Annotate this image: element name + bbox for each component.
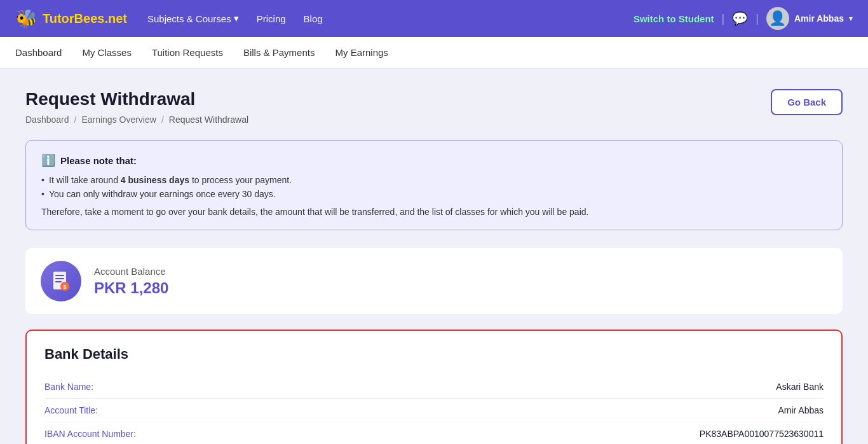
balance-icon: $ bbox=[41, 261, 81, 302]
bank-row-account-title: Account Title: Amir Abbas bbox=[44, 399, 824, 422]
divider-1: | bbox=[722, 12, 725, 25]
switch-to-student-link[interactable]: Switch to Student bbox=[634, 13, 714, 24]
avatar-image: 👤 bbox=[769, 10, 786, 27]
nav-links: Subjects & Courses ▾ Pricing Blog bbox=[147, 13, 323, 24]
svg-rect-1 bbox=[55, 275, 64, 276]
bee-logo-icon: 🐝 bbox=[15, 8, 37, 29]
nav-link-subjects-courses[interactable]: Subjects & Courses ▾ bbox=[147, 13, 239, 24]
info-bullet-2: You can only withdraw your earnings once… bbox=[41, 189, 827, 199]
info-bullet-1: It will take around 4 business days to p… bbox=[41, 175, 827, 185]
subnav-link-tuition-requests[interactable]: Tuition Requests bbox=[152, 37, 223, 68]
subnav-link-dashboard[interactable]: Dashboard bbox=[15, 37, 62, 68]
breadcrumb-current: Request Withdrawal bbox=[169, 114, 248, 125]
bank-row-name: Bank Name: Askari Bank bbox=[44, 375, 824, 399]
info-icon: ℹ️ bbox=[41, 153, 55, 167]
page-header: Request Withdrawal Dashboard / Earnings … bbox=[25, 89, 843, 125]
subnav-link-my-earnings[interactable]: My Earnings bbox=[335, 37, 388, 68]
divider-2: | bbox=[756, 12, 759, 25]
nav-link-blog-label: Blog bbox=[304, 13, 323, 24]
bank-name-label: Bank Name: bbox=[44, 382, 93, 392]
messages-icon[interactable]: 💬 bbox=[732, 11, 748, 26]
subnav-tuition-requests-label: Tuition Requests bbox=[152, 47, 223, 58]
bank-details-card: Bank Details Bank Name: Askari Bank Acco… bbox=[25, 330, 843, 444]
user-name-label: Amir Abbas bbox=[794, 13, 844, 24]
logo-bees-net: Bees.net bbox=[74, 11, 127, 25]
svg-rect-2 bbox=[55, 278, 64, 279]
chevron-down-icon: ▾ bbox=[234, 13, 239, 24]
svg-text:$: $ bbox=[63, 284, 66, 290]
subnav-bills-payments-label: Bills & Payments bbox=[243, 47, 315, 58]
balance-amount: PKR 1,280 bbox=[94, 279, 168, 297]
user-menu-chevron-icon: ▾ bbox=[849, 14, 853, 23]
breadcrumb-sep-2: / bbox=[161, 114, 164, 125]
breadcrumb-dashboard[interactable]: Dashboard bbox=[25, 114, 69, 125]
bank-iban-label: IBAN Account Number: bbox=[44, 429, 136, 439]
navbar-left: 🐝 TutorBees.net Subjects & Courses ▾ Pri… bbox=[15, 8, 323, 29]
subnav: Dashboard My Classes Tuition Requests Bi… bbox=[0, 37, 868, 69]
info-box: ℹ️ Please note that: It will take around… bbox=[25, 140, 843, 230]
logo-tutor: Tutor bbox=[43, 11, 74, 25]
balance-info: Account Balance PKR 1,280 bbox=[94, 266, 168, 297]
balance-label: Account Balance bbox=[94, 266, 168, 277]
bank-details-title: Bank Details bbox=[44, 346, 824, 363]
logo-text: TutorBees.net bbox=[43, 11, 127, 26]
go-back-button[interactable]: Go Back bbox=[771, 89, 843, 115]
bank-row-iban: IBAN Account Number: PK83ABPA00100775236… bbox=[44, 422, 824, 444]
info-bullet-1-bold: 4 business days bbox=[121, 175, 189, 185]
info-header: ℹ️ Please note that: bbox=[41, 153, 827, 167]
nav-link-pricing-label: Pricing bbox=[257, 13, 286, 24]
page-title: Request Withdrawal bbox=[25, 89, 248, 109]
info-note: Therefore, take a moment to go over your… bbox=[41, 207, 827, 217]
balance-card: $ Account Balance PKR 1,280 bbox=[25, 248, 843, 314]
bank-iban-value: PK83ABPA0010077523630011 bbox=[700, 429, 824, 439]
svg-rect-3 bbox=[55, 281, 62, 282]
subnav-my-classes-label: My Classes bbox=[82, 47, 132, 58]
nav-link-pricing[interactable]: Pricing bbox=[257, 13, 286, 24]
breadcrumb-sep-1: / bbox=[74, 114, 77, 125]
navbar: 🐝 TutorBees.net Subjects & Courses ▾ Pri… bbox=[0, 0, 868, 37]
main-content: Request Withdrawal Dashboard / Earnings … bbox=[0, 69, 868, 444]
avatar: 👤 bbox=[766, 7, 789, 30]
info-bullets: It will take around 4 business days to p… bbox=[41, 175, 827, 199]
subnav-link-bills-payments[interactable]: Bills & Payments bbox=[243, 37, 315, 68]
bank-name-value: Askari Bank bbox=[776, 382, 824, 392]
breadcrumb: Dashboard / Earnings Overview / Request … bbox=[25, 114, 248, 125]
info-header-text: Please note that: bbox=[60, 155, 137, 166]
page-header-left: Request Withdrawal Dashboard / Earnings … bbox=[25, 89, 248, 125]
breadcrumb-earnings-overview[interactable]: Earnings Overview bbox=[81, 114, 156, 125]
logo[interactable]: 🐝 TutorBees.net bbox=[15, 8, 127, 29]
navbar-right: Switch to Student | 💬 | 👤 Amir Abbas ▾ bbox=[634, 7, 853, 30]
bank-account-title-label: Account Title: bbox=[44, 405, 98, 415]
user-menu[interactable]: 👤 Amir Abbas ▾ bbox=[766, 7, 853, 30]
bank-account-title-value: Amir Abbas bbox=[778, 405, 824, 415]
subnav-my-earnings-label: My Earnings bbox=[335, 47, 388, 58]
nav-link-subjects-courses-label: Subjects & Courses bbox=[147, 13, 231, 24]
subnav-dashboard-label: Dashboard bbox=[15, 47, 62, 58]
nav-link-blog[interactable]: Blog bbox=[304, 13, 323, 24]
balance-svg-icon: $ bbox=[50, 270, 72, 293]
subnav-link-my-classes[interactable]: My Classes bbox=[82, 37, 132, 68]
